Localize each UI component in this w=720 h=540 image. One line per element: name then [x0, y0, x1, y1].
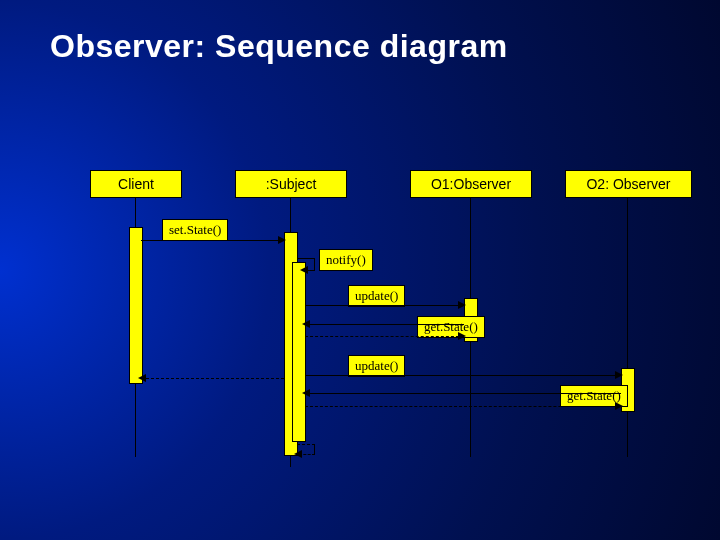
return-set-state: [141, 378, 284, 379]
arrowhead-icon: [300, 266, 308, 274]
arrowhead-icon: [302, 320, 310, 328]
arrowhead-icon: [615, 371, 623, 379]
return-get-state-2: [305, 406, 621, 407]
arrowhead-icon: [278, 236, 286, 244]
lifeline-o2: [627, 197, 628, 457]
self-arrow-side: [314, 258, 315, 270]
msg-get-state-1: get.State(): [417, 316, 485, 338]
arrowhead-icon: [302, 389, 310, 397]
participant-o2: O2: Observer: [565, 170, 692, 198]
arrow-get-state-2: [305, 393, 621, 394]
page-title: Observer: Sequence diagram: [50, 28, 508, 65]
arrow-update-1: [305, 305, 464, 306]
arrow-update-2: [305, 375, 621, 376]
self-return-side: [314, 444, 315, 454]
activation-subject-self: [292, 262, 306, 442]
return-get-state-1: [305, 336, 464, 337]
arrow-get-state-1: [305, 324, 464, 325]
participant-subject: :Subject: [235, 170, 347, 198]
arrowhead-icon: [294, 450, 302, 458]
self-return-top: [297, 444, 315, 445]
arrowhead-icon: [615, 402, 623, 410]
self-arrow-top: [297, 258, 315, 259]
msg-notify: notify(): [319, 249, 373, 271]
msg-update-2: update(): [348, 355, 405, 377]
arrowhead-icon: [458, 301, 466, 309]
activation-client: [129, 227, 143, 384]
participant-client: Client: [90, 170, 182, 198]
arrowhead-icon: [138, 374, 146, 382]
arrow-set-state: [141, 240, 284, 241]
msg-set-state: set.State(): [162, 219, 228, 241]
arrowhead-icon: [458, 332, 466, 340]
participant-o1: O1:Observer: [410, 170, 532, 198]
msg-update-1: update(): [348, 285, 405, 307]
